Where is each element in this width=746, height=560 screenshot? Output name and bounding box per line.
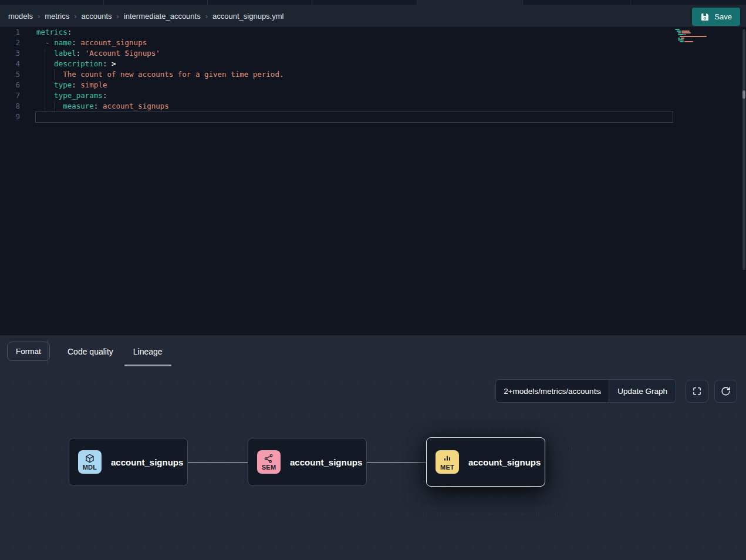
minimap-token <box>678 32 681 33</box>
lineage-node-mdl[interactable]: MDLaccount_signups <box>69 438 188 486</box>
line-number: 7 <box>0 90 20 101</box>
file-tab[interactable] <box>523 0 630 5</box>
format-button[interactable]: Format <box>7 342 50 361</box>
code-line[interactable]: 6 type: simple <box>0 80 746 90</box>
node-name-label: account_signups <box>468 457 541 467</box>
breadcrumb-item: account_signups.yml <box>212 12 283 21</box>
file-tab[interactable] <box>630 0 746 5</box>
bottom-panel: Format Code qualityLineage Update Graph … <box>0 335 746 560</box>
graph-selector-group: Update Graph <box>495 379 676 403</box>
refresh-icon <box>721 386 731 396</box>
minimap[interactable] <box>675 29 714 43</box>
minimap-token <box>681 38 684 39</box>
line-number: 3 <box>0 48 20 59</box>
indent-guide <box>54 101 55 112</box>
code-text: description: > <box>36 59 116 69</box>
breadcrumb-item: metrics <box>45 12 69 21</box>
line-number: 8 <box>0 101 20 112</box>
minimap-token <box>681 32 691 33</box>
code-text: metrics: <box>36 27 72 38</box>
minimap-line <box>675 29 714 30</box>
save-floppy-icon <box>700 12 710 22</box>
minimap-token <box>678 38 680 39</box>
minimap-token <box>680 41 684 42</box>
code-line[interactable]: 8 measure: account_signups <box>0 101 746 112</box>
code-line[interactable]: 3 label: 'Account Signups' <box>0 48 746 59</box>
code-text: type: simple <box>36 80 107 90</box>
minimap-line <box>675 34 714 35</box>
code-line[interactable]: 5 The count of new accounts for a given … <box>0 69 746 80</box>
code-line[interactable]: 1metrics: <box>0 27 746 38</box>
current-line-highlight <box>35 112 673 123</box>
minimap-line <box>675 39 714 41</box>
code-editor[interactable]: 1metrics:2 - name: account_signups3 labe… <box>0 27 746 335</box>
line-number: 5 <box>0 69 20 80</box>
breadcrumb-bar: models›metrics›accounts›intermediate_acc… <box>0 5 746 27</box>
metric-chart-icon <box>442 453 453 464</box>
node-name-label: account_signups <box>290 457 362 467</box>
tab-code-quality[interactable]: Code quality <box>58 335 123 367</box>
node-type-label: MDL <box>83 464 97 471</box>
code-text: label: 'Account Signups' <box>36 48 160 59</box>
node-type-label: MET <box>440 464 454 471</box>
breadcrumb-item: accounts <box>82 12 112 21</box>
code-line[interactable]: 7 type_params: <box>0 90 746 101</box>
code-text: type_params: <box>36 90 107 101</box>
toolbar-divider <box>48 340 48 363</box>
save-button[interactable]: Save <box>692 8 740 26</box>
fullscreen-icon <box>692 386 702 396</box>
file-tab[interactable] <box>104 0 208 5</box>
lineage-edge <box>188 462 248 463</box>
minimap-token <box>684 41 693 42</box>
file-tab-strip <box>0 0 746 5</box>
node-name-label: account_signups <box>111 457 183 467</box>
minimap-line <box>675 31 714 32</box>
line-number: 2 <box>0 38 20 48</box>
lineage-node-sem[interactable]: SEMaccount_signups <box>248 438 367 486</box>
code-line[interactable]: 2 - name: account_signups <box>0 38 746 48</box>
breadcrumb: models›metrics›accounts›intermediate_acc… <box>8 11 283 21</box>
editor-scrollbar-thumb[interactable] <box>742 90 745 99</box>
minimap-token <box>675 29 680 30</box>
fullscreen-button[interactable] <box>686 380 708 403</box>
code-text: - name: account_signups <box>36 38 147 48</box>
line-number: 4 <box>0 59 20 69</box>
lineage-node-met[interactable]: METaccount_signups <box>426 437 545 487</box>
breadcrumb-separator-icon: › <box>74 12 76 21</box>
node-type-badge: SEM <box>257 450 281 474</box>
code-text: measure: account_signups <box>36 101 169 112</box>
minimap-line <box>675 41 714 42</box>
panel-tabs: Code qualityLineage <box>58 335 173 367</box>
file-tab[interactable] <box>0 0 104 5</box>
breadcrumb-separator-icon: › <box>117 12 119 21</box>
node-type-badge: MET <box>436 450 459 474</box>
minimap-token <box>678 34 684 35</box>
line-number: 6 <box>0 80 20 90</box>
semantic-model-icon <box>264 453 274 464</box>
minimap-token <box>684 34 686 35</box>
code-line[interactable]: 4 description: > <box>0 59 746 69</box>
tab-lineage[interactable]: Lineage <box>123 335 173 367</box>
update-graph-button[interactable]: Update Graph <box>609 379 676 403</box>
code-text: The count of new accounts for a given ti… <box>36 69 283 80</box>
file-tab[interactable] <box>417 0 523 5</box>
refresh-graph-button[interactable] <box>714 380 737 403</box>
indent-guide <box>54 69 55 80</box>
file-tab[interactable] <box>312 0 417 5</box>
lineage-edge <box>367 462 427 463</box>
minimap-line <box>675 36 714 37</box>
node-type-label: SEM <box>262 464 276 471</box>
editor-scrollbar[interactable] <box>742 29 745 270</box>
minimap-line <box>675 38 714 39</box>
minimap-token <box>681 31 690 32</box>
minimap-token <box>680 36 707 37</box>
save-button-label: Save <box>714 12 732 21</box>
minimap-token <box>677 31 681 32</box>
file-tab[interactable] <box>208 0 312 5</box>
line-number: 1 <box>0 27 20 38</box>
indent-guide <box>45 48 45 112</box>
breadcrumb-separator-icon: › <box>38 12 40 21</box>
breadcrumb-item: intermediate_accounts <box>124 12 201 21</box>
graph-selector-input[interactable] <box>495 379 609 403</box>
line-number: 9 <box>0 112 20 122</box>
